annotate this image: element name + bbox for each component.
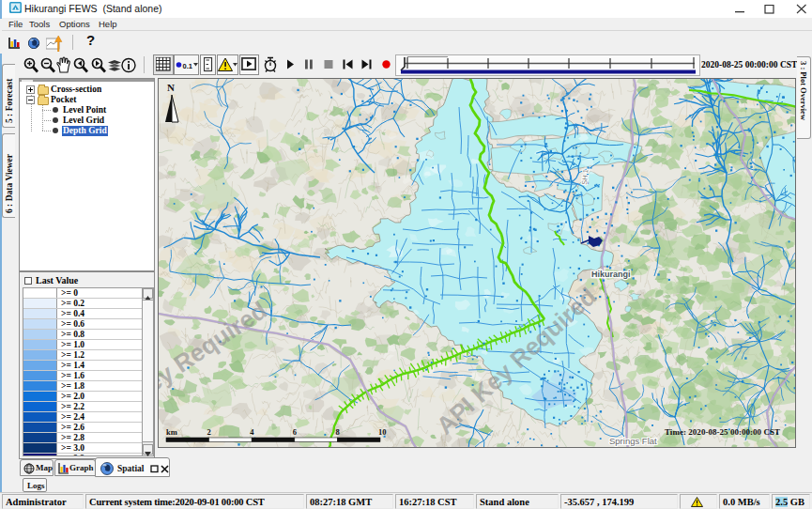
svg-text:0.1: 0.1 [183, 62, 192, 70]
svg-text:2: 2 [207, 427, 211, 437]
svg-text:4: 4 [250, 427, 254, 437]
svg-text:8: 8 [335, 427, 339, 437]
svg-text:N: N [167, 82, 175, 93]
svg-text:Time: 2020-08-25 00:00:00 CST: Time: 2020-08-25 00:00:00 CST [665, 427, 780, 437]
svg-text:km: km [166, 427, 177, 437]
svg-text:SH 1: SH 1 [580, 169, 590, 185]
svg-text:6: 6 [293, 427, 297, 437]
svg-text:10: 10 [378, 427, 387, 437]
svg-text:Hikurangi: Hikurangi [591, 270, 631, 279]
svg-text:Springs Flat: Springs Flat [609, 436, 657, 446]
